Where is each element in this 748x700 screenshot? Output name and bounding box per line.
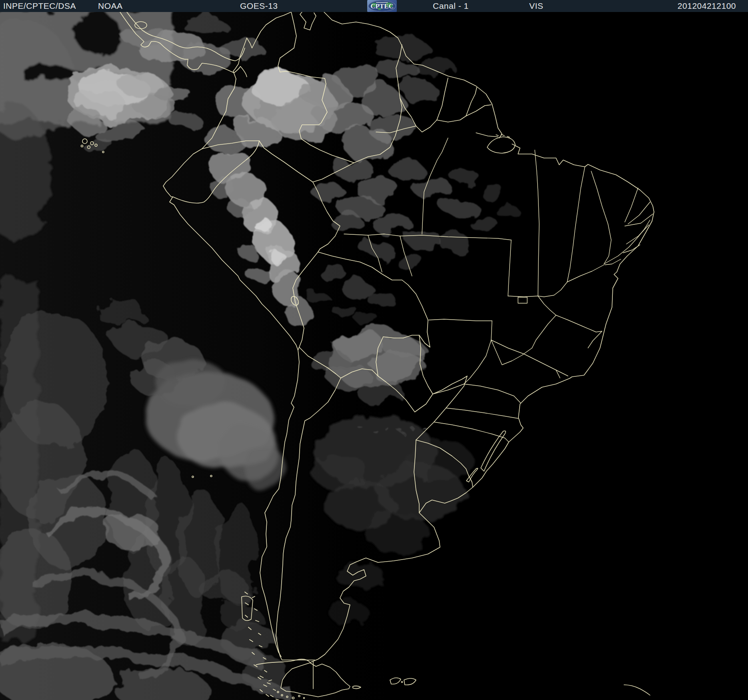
- timestamp-label: 201204212100: [678, 1, 736, 11]
- cptec-logo-text: CPTEC: [370, 2, 394, 10]
- channel-type-label: VIS: [529, 1, 543, 11]
- noaa-label: NOAA: [98, 1, 123, 11]
- channel-label: Canal - 1: [433, 1, 469, 11]
- header-bar: INPE/CPTEC/DSA NOAA GOES-13 CPTEC Canal …: [0, 0, 748, 12]
- satellite-image: [0, 0, 748, 700]
- cptec-logo: CPTEC: [367, 0, 397, 12]
- agency-label: INPE/CPTEC/DSA: [3, 1, 76, 11]
- satellite-label: GOES-13: [240, 1, 278, 11]
- satellite-product-window: INPE/CPTEC/DSA NOAA GOES-13 CPTEC Canal …: [0, 0, 748, 700]
